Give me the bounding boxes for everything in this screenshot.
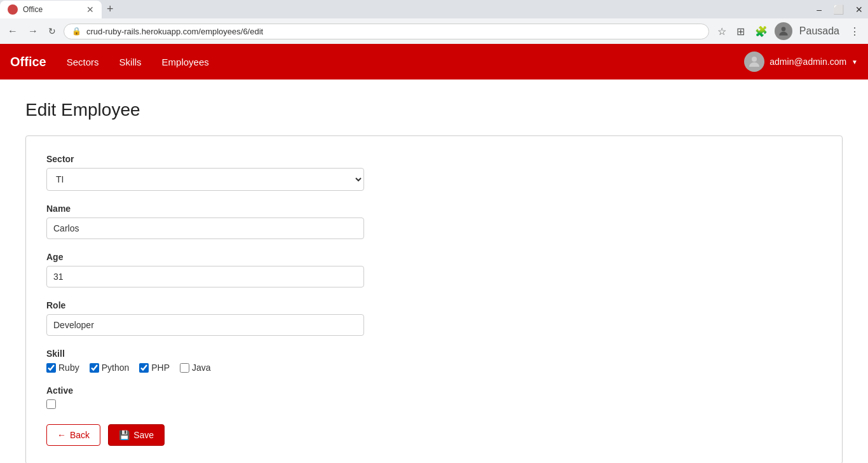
minimize-button[interactable]: –	[811, 3, 827, 16]
role-input[interactable]	[46, 314, 364, 336]
save-icon: 💾	[119, 430, 130, 440]
tab-close-button[interactable]: ✕	[86, 4, 94, 15]
name-input[interactable]	[46, 218, 364, 239]
close-button[interactable]: ✕	[850, 3, 868, 16]
back-arrow-icon: ←	[57, 430, 66, 440]
browser-actions: ☆ ⊞ 🧩 Pausada ⋮	[714, 22, 863, 40]
back-button-label: Back	[70, 430, 90, 440]
browser-controls: ← → ↻ 🔒 crud-ruby-rails.herokuapp.com/em…	[0, 18, 868, 44]
maximize-button[interactable]: ⬜	[828, 3, 849, 16]
skill-checkbox-python[interactable]	[90, 363, 99, 373]
save-button[interactable]: 💾 Save	[108, 424, 165, 446]
navbar-links: Sectors Skills Employees	[62, 54, 745, 70]
sector-label: Sector	[46, 154, 822, 164]
address-bar[interactable]: 🔒 crud-ruby-rails.herokuapp.com/employee…	[64, 24, 709, 39]
skill-checkbox-java[interactable]	[180, 363, 189, 373]
browser-tab-active[interactable]: Office ✕	[0, 1, 102, 18]
refresh-button[interactable]: ↻	[46, 25, 58, 38]
edit-employee-form: Sector TIHRFinanceMarketing Name Age Rol…	[25, 135, 843, 463]
skill-label-java: Java	[192, 363, 211, 373]
skill-label: Skill	[46, 349, 822, 359]
forward-nav-button[interactable]: →	[25, 24, 41, 38]
nav-link-skills[interactable]: Skills	[114, 54, 147, 70]
bookmark-button[interactable]: ☆	[714, 24, 729, 39]
sector-group: Sector TIHRFinanceMarketing	[46, 154, 822, 191]
skill-item: Java	[180, 363, 211, 373]
nav-link-sectors[interactable]: Sectors	[62, 54, 104, 70]
name-label: Name	[46, 204, 822, 214]
svg-point-1	[752, 57, 757, 62]
age-input[interactable]	[46, 266, 364, 287]
user-dropdown-caret: ▼	[851, 59, 858, 66]
skill-label-ruby: Ruby	[58, 363, 79, 373]
user-email: admin@admin.com	[770, 57, 846, 67]
tab-favicon	[8, 4, 18, 15]
browser-user-label[interactable]: Pausada	[796, 24, 843, 38]
extensions-button[interactable]: ⊞	[733, 24, 748, 39]
active-checkbox-group	[46, 399, 822, 409]
sector-select[interactable]: TIHRFinanceMarketing	[46, 168, 364, 191]
name-group: Name	[46, 204, 822, 239]
age-group: Age	[46, 252, 822, 287]
skill-checkbox-php[interactable]	[139, 363, 149, 373]
main-content: Edit Employee Sector TIHRFinanceMarketin…	[0, 79, 868, 463]
nav-link-employees[interactable]: Employees	[157, 54, 214, 70]
form-actions: ← Back 💾 Save	[46, 424, 822, 446]
user-avatar	[744, 52, 764, 72]
active-group: Active	[46, 385, 822, 409]
new-tab-button[interactable]: +	[102, 0, 119, 18]
skill-checkbox-ruby[interactable]	[46, 363, 56, 373]
back-button[interactable]: ← Back	[46, 424, 100, 446]
page-title: Edit Employee	[25, 100, 843, 120]
active-checkbox[interactable]	[46, 399, 56, 409]
browser-tabs: Office ✕ +	[0, 0, 119, 18]
browser-user-avatar[interactable]	[775, 22, 792, 40]
age-label: Age	[46, 252, 822, 262]
skill-item: Python	[90, 363, 130, 373]
role-group: Role	[46, 300, 822, 336]
window-controls: – ⬜ ✕	[811, 3, 868, 16]
active-label: Active	[46, 385, 822, 396]
url-text: crud-ruby-rails.herokuapp.com/employees/…	[86, 27, 701, 36]
navbar: Office Sectors Skills Employees admin@ad…	[0, 44, 868, 79]
role-label: Role	[46, 300, 822, 310]
back-nav-button[interactable]: ←	[5, 24, 20, 38]
skill-group: Skill RubyPythonPHPJava	[46, 349, 822, 373]
skill-item: Ruby	[46, 363, 79, 373]
skill-item: PHP	[139, 363, 170, 373]
lock-icon: 🔒	[72, 27, 81, 36]
navbar-brand[interactable]: Office	[10, 55, 46, 69]
more-options-button[interactable]: ⋮	[846, 24, 863, 39]
tab-title: Office	[23, 5, 81, 14]
skill-label-php: PHP	[151, 363, 170, 373]
save-button-label: Save	[133, 430, 154, 440]
svg-point-0	[781, 27, 785, 31]
skill-label-python: Python	[102, 363, 130, 373]
navbar-user[interactable]: admin@admin.com ▼	[744, 52, 858, 72]
puzzle-button[interactable]: 🧩	[752, 24, 771, 39]
browser-top-row: Office ✕ + – ⬜ ✕	[0, 0, 868, 18]
skills-checkboxes: RubyPythonPHPJava	[46, 363, 822, 373]
